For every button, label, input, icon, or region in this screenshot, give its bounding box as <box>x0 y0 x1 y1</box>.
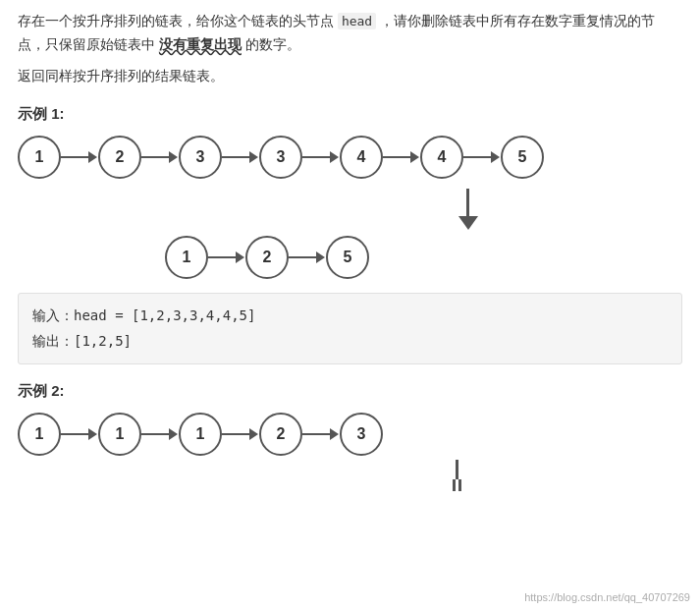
result-node-2: 2 <box>245 236 289 279</box>
example1-label: 示例 1: <box>18 105 682 124</box>
left-leg <box>453 479 456 491</box>
node-4a: 4 <box>340 136 383 179</box>
example1-output-text: 输出：[1,2,5] <box>32 329 668 354</box>
result-node-5: 5 <box>326 236 369 279</box>
e2-arrow-3 <box>222 428 259 440</box>
up-arrow-legs <box>453 479 461 491</box>
example1-output-list: 1 2 5 <box>18 236 682 279</box>
example2-section: 示例 2: 1 1 1 2 3 <box>18 382 682 491</box>
arrow-down-line <box>466 189 469 216</box>
e2-arrow-2 <box>141 428 179 440</box>
node-5a: 5 <box>501 136 544 179</box>
arrow-4 <box>302 151 340 163</box>
right-leg <box>458 479 461 491</box>
desc-end: 的数字。 <box>242 36 300 52</box>
result-arrow-1 <box>208 251 245 263</box>
highlight-text: 没有重复出现 <box>159 36 242 52</box>
up-arrow-line <box>456 460 458 479</box>
result-arrow-2 <box>289 251 326 263</box>
node-3b: 3 <box>259 136 302 179</box>
arrow-down-head <box>458 216 478 230</box>
e2-arrow-4 <box>302 428 340 440</box>
node-2a: 2 <box>98 136 141 179</box>
arrow-5 <box>383 151 420 163</box>
e2-node-1b: 1 <box>98 413 141 456</box>
example1-input-text: 输入：head = [1,2,3,3,4,4,5] <box>32 304 668 328</box>
node-3a: 3 <box>179 136 222 179</box>
e2-node-2: 2 <box>259 413 302 456</box>
example2-label: 示例 2: <box>18 382 682 401</box>
example2-input-list: 1 1 1 2 3 <box>18 413 682 456</box>
node-1a: 1 <box>18 136 61 179</box>
up-arrow-container <box>232 460 682 491</box>
arrow-down-shape <box>458 189 478 230</box>
arrow-6 <box>463 151 501 163</box>
arrow-3 <box>222 151 259 163</box>
example1-input-list: 1 2 3 3 4 4 5 <box>18 136 682 179</box>
e2-arrow-1 <box>61 428 98 440</box>
arrow-1 <box>61 151 98 163</box>
e2-node-3: 3 <box>340 413 383 456</box>
down-arrow <box>253 183 682 236</box>
head-code: head <box>338 13 376 29</box>
example1-code-box: 输入：head = [1,2,3,3,4,4,5] 输出：[1,2,5] <box>18 293 682 363</box>
up-arrow-shape <box>453 460 461 491</box>
desc-prefix: 存在一个按升序排列的链表，给你这个链表的头节点 <box>18 13 338 28</box>
arrow-2 <box>141 151 179 163</box>
e2-node-1a: 1 <box>18 413 61 456</box>
e2-node-1c: 1 <box>179 413 222 456</box>
description-text: 存在一个按升序排列的链表，给你这个链表的头节点 head ，请你删除链表中所有存… <box>18 10 682 57</box>
return-text: 返回同样按升序排列的结果链表。 <box>18 65 682 88</box>
result-node-1: 1 <box>165 236 208 279</box>
node-4b: 4 <box>420 136 463 179</box>
